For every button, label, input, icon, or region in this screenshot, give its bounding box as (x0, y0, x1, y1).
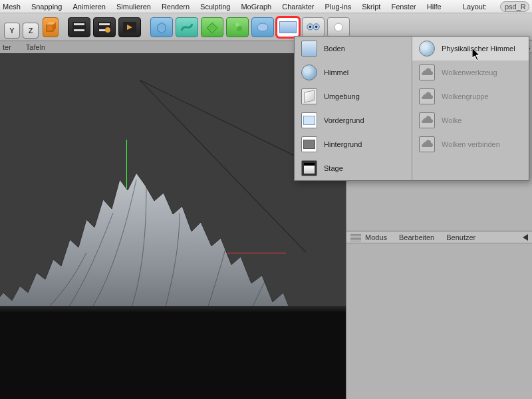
collapse-arrow-icon[interactable] (523, 234, 528, 241)
menu-mograph[interactable]: MoGraph (241, 3, 271, 11)
popup-label: Boden (324, 45, 345, 53)
popup-item-physikalischer-himmel[interactable]: Physikalischer Himmel (412, 37, 529, 61)
popup-item-boden[interactable]: Boden (295, 37, 412, 61)
layout-switcher: Layout: psd_R (460, 0, 532, 13)
background-icon (301, 136, 317, 152)
array-icon[interactable] (251, 17, 274, 37)
light-icon[interactable] (327, 17, 350, 37)
svg-point-16 (235, 23, 239, 27)
popup-item-wolken-verbinden[interactable]: Wolken verbinden (412, 132, 529, 156)
svg-point-17 (257, 23, 268, 31)
svg-point-15 (237, 26, 242, 31)
menu-sculpting[interactable]: Sculpting (200, 3, 230, 11)
primitive-cube-icon[interactable] (150, 17, 173, 37)
menu-simulieren[interactable]: Simulieren (116, 3, 151, 11)
svg-rect-7 (99, 23, 110, 25)
svg-rect-4 (74, 23, 84, 25)
popup-label: Umgebung (324, 92, 360, 100)
spline-icon[interactable] (176, 17, 198, 37)
sky-icon (301, 65, 317, 80)
svg-rect-5 (74, 29, 84, 31)
floor-icon (301, 41, 317, 57)
menu-plugins[interactable]: Plug-ins (325, 3, 352, 11)
svg-marker-12 (158, 23, 166, 33)
generator-icon[interactable] (201, 17, 223, 37)
camera-icon[interactable] (302, 17, 325, 37)
popup-item-vordergrund[interactable]: Vordergrund (295, 108, 412, 132)
attribute-manager-panel: Modus Bearbeiten Benutzer (346, 231, 532, 399)
cloud-group-icon (419, 88, 435, 104)
am-menu-benutzer[interactable]: Benutzer (446, 233, 475, 241)
menu-animieren[interactable]: Animieren (72, 3, 106, 11)
popup-label: Vordergrund (324, 116, 364, 124)
popup-item-wolkenwerkzeug[interactable]: Wolkenwerkzeug (412, 61, 529, 84)
cube-primitive-icon[interactable] (43, 17, 59, 37)
environment-popup: Boden Himmel Umgebung Vordergrund Hinter… (294, 36, 529, 181)
popup-label: Wolke (442, 116, 462, 124)
axis-y-button[interactable]: Y (4, 23, 20, 39)
deformer-icon[interactable] (226, 17, 249, 37)
popup-item-wolkengruppe[interactable]: Wolkengruppe (412, 84, 529, 108)
menu-hilfe[interactable]: Hilfe (427, 3, 442, 11)
environment-icon (301, 88, 317, 104)
physical-sky-icon (419, 41, 435, 57)
popup-label: Wolkenwerkzeug (442, 68, 497, 76)
popup-column-left: Boden Himmel Umgebung Vordergrund Hinter… (295, 37, 412, 180)
foreground-icon (301, 112, 317, 128)
popup-label: Wolkengruppe (442, 92, 489, 100)
popup-item-stage[interactable]: Stage (295, 156, 412, 180)
svg-rect-0 (47, 25, 53, 31)
svg-point-21 (315, 26, 318, 29)
attribute-manager-menubar: Modus Bearbeiten Benutzer (346, 231, 532, 243)
render-settings-icon[interactable] (93, 17, 116, 37)
svg-marker-13 (207, 23, 217, 33)
tab-ter[interactable]: ter (3, 43, 11, 51)
popup-label: Himmel (324, 68, 348, 76)
axis-z-button[interactable]: Z (23, 23, 39, 39)
popup-item-umgebung[interactable]: Umgebung (295, 84, 412, 108)
render-active-icon[interactable] (118, 17, 141, 37)
environment-objects-button[interactable] (277, 17, 299, 37)
popup-item-wolke[interactable]: Wolke (412, 108, 529, 132)
svg-point-20 (309, 26, 312, 29)
popup-label: Stage (324, 164, 343, 172)
render-to-pv-icon[interactable] (68, 17, 90, 37)
popup-item-himmel[interactable]: Himmel (295, 61, 412, 84)
layout-dropdown[interactable]: psd_R (500, 1, 529, 12)
popup-label: Wolken verbinden (442, 140, 500, 148)
stage-icon (301, 160, 317, 176)
am-menu-bearbeiten[interactable]: Bearbeiten (399, 233, 434, 241)
popup-label: Physikalischer Himmel (442, 45, 515, 53)
ground-plane (0, 309, 346, 399)
popup-label: Hintergrund (324, 140, 362, 148)
cloud-connect-icon (419, 136, 435, 152)
menu-skript[interactable]: Skript (362, 3, 380, 11)
menu-fenster[interactable]: Fenster (391, 3, 416, 11)
cloud-tool-icon (419, 65, 435, 80)
menu-mesh[interactable]: Mesh (3, 3, 21, 11)
cloud-icon (419, 112, 435, 128)
panel-grip-icon[interactable] (350, 233, 361, 241)
tab-tafeln[interactable]: Tafeln (26, 43, 45, 51)
svg-point-22 (334, 23, 342, 31)
menu-charakter[interactable]: Charakter (282, 3, 314, 11)
am-menu-modus[interactable]: Modus (365, 233, 387, 241)
layout-label: Layout: (463, 3, 487, 11)
popup-column-right: Physikalischer Himmel Wolkenwerkzeug Wol… (412, 37, 529, 180)
menu-snapping[interactable]: Snapping (31, 3, 63, 11)
popup-item-hintergrund[interactable]: Hintergrund (295, 132, 412, 156)
svg-point-9 (105, 27, 110, 33)
menu-rendern[interactable]: Rendern (162, 3, 190, 11)
main-menubar: Mesh Snapping Animieren Simulieren Rende… (0, 0, 532, 13)
